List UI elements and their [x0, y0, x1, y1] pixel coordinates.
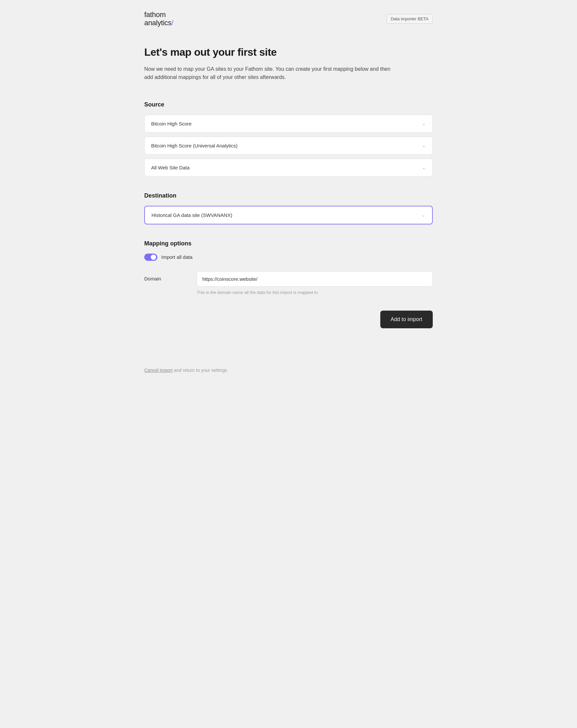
cancel-import-link[interactable]: Cancel import — [144, 368, 172, 373]
logo-analytics-text: analytics — [144, 19, 172, 27]
source-section-title: Source — [144, 101, 433, 108]
chevron-down-icon-destination: ⌄ — [422, 212, 426, 217]
logo-line1: fathom — [144, 10, 173, 19]
destination-section-title: Destination — [144, 192, 433, 199]
actions-row: Add to import — [144, 311, 433, 328]
header-badge: Data importer BETA — [386, 14, 433, 24]
toggle-track — [144, 254, 157, 261]
chevron-down-icon-1: ⌄ — [422, 143, 426, 148]
domain-label: Domain — [144, 271, 183, 281]
domain-hint: This is the domain name all the data for… — [197, 290, 433, 295]
source-section: Source Bitcoin High Score ⌄ Bitcoin High… — [144, 101, 433, 177]
import-all-data-toggle[interactable] — [144, 254, 157, 261]
footer: Cancel import and return to your setting… — [144, 355, 433, 386]
mapping-section: Mapping options Import all data Domain T… — [144, 240, 433, 295]
header: fathom analytics/ Data importer BETA — [144, 0, 433, 43]
destination-select[interactable]: Historical GA data site (SWVANANX) ⌄ — [144, 206, 433, 225]
domain-input[interactable] — [197, 271, 433, 287]
domain-input-group: This is the domain name all the data for… — [197, 271, 433, 295]
source-item-2-label: All Web Site Data — [151, 165, 190, 171]
source-item-0-label: Bitcoin High Score — [151, 121, 192, 127]
toggle-row: Import all data — [144, 254, 433, 261]
source-item-0[interactable]: Bitcoin High Score ⌄ — [144, 115, 433, 133]
toggle-label: Import all data — [161, 254, 193, 260]
source-item-1[interactable]: Bitcoin High Score (Universal Analytics)… — [144, 137, 433, 155]
page-description: Now we need to map your GA sites to your… — [144, 65, 400, 82]
mapping-section-title: Mapping options — [144, 240, 433, 247]
toggle-thumb — [151, 255, 156, 260]
add-to-import-button[interactable]: Add to import — [380, 311, 433, 328]
main-content: Let's map out your first site Now we nee… — [144, 43, 433, 328]
logo-slash: / — [172, 19, 173, 27]
destination-section: Destination Historical GA data site (SWV… — [144, 192, 433, 225]
destination-selected-label: Historical GA data site (SWVANANX) — [151, 212, 232, 218]
chevron-down-icon-2: ⌄ — [422, 165, 426, 170]
source-item-2[interactable]: All Web Site Data ⌄ — [144, 159, 433, 177]
page-title: Let's map out your first site — [144, 46, 433, 58]
logo-line2: analytics/ — [144, 19, 173, 27]
domain-row: Domain This is the domain name all the d… — [144, 271, 433, 295]
logo: fathom analytics/ — [144, 10, 173, 27]
chevron-down-icon-0: ⌄ — [422, 121, 426, 126]
footer-suffix: and return to your settings — [172, 368, 227, 373]
source-item-1-label: Bitcoin High Score (Universal Analytics) — [151, 143, 237, 149]
